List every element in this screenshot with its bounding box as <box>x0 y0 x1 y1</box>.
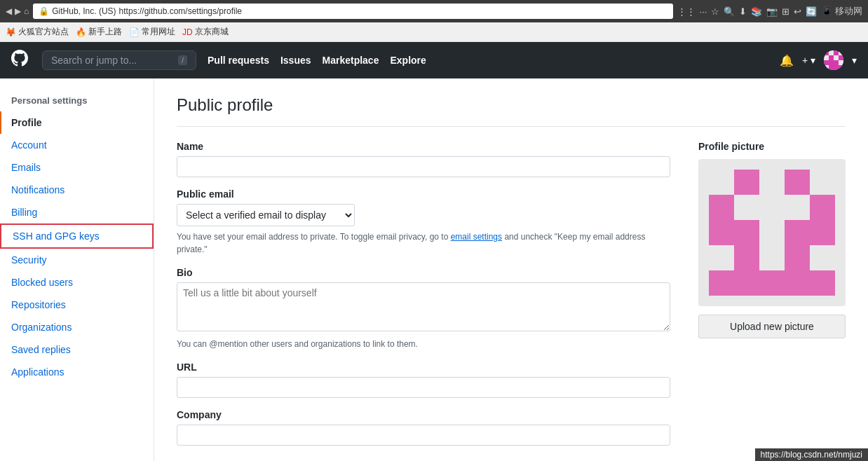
sidebar-item-ssh-gpg[interactable]: SSH and GPG keys <box>0 223 154 249</box>
pixel-3-4 <box>785 220 810 245</box>
download-icon[interactable]: ⬇ <box>739 6 747 17</box>
company-group: Company <box>177 409 670 446</box>
browser-bar: ◀ ▶ ⌂ 🔒 GitHub, Inc. (US) https://github… <box>0 0 868 22</box>
sidebar-item-applications[interactable]: Applications <box>0 361 154 383</box>
url-input[interactable] <box>177 377 670 398</box>
screenshot-icon[interactable]: 📷 <box>766 6 778 17</box>
sidebar-item-organizations[interactable]: Organizations <box>0 316 154 338</box>
star-icon[interactable]: ☆ <box>711 6 719 17</box>
sidebar: Personal settings Profile Account Emails… <box>0 78 154 461</box>
mobile-icon: 📱 移动网 <box>821 5 862 18</box>
sidebar-heading: Personal settings <box>0 92 154 111</box>
bookmark-icon-4: JD <box>182 27 193 37</box>
pixel-1-2 <box>734 170 759 195</box>
main-layout: Personal settings Profile Account Emails… <box>0 78 868 461</box>
bookmark-icon-2: 🔥 <box>76 27 86 37</box>
upload-picture-button[interactable]: Upload new picture <box>698 315 846 338</box>
form-layout: Name Public email Select a verified emai… <box>177 141 846 457</box>
avatar[interactable] <box>824 50 843 70</box>
sidebar-item-repositories[interactable]: Repositories <box>0 294 154 316</box>
pixel-1-1 <box>709 170 734 195</box>
email-group: Public email Select a verified email to … <box>177 188 670 256</box>
url-bar[interactable]: 🔒 GitHub, Inc. (US) https://github.com/s… <box>33 4 672 19</box>
sidebar-item-notifications[interactable]: Notifications <box>0 179 154 201</box>
email-select[interactable]: Select a verified email to display <box>177 204 355 226</box>
layout-icon[interactable]: ⊞ <box>782 6 789 17</box>
bookmark-label-1: 火狐官方站点 <box>18 26 69 38</box>
url-tooltip: https://blog.csdn.net/nmjuzi <box>755 448 868 461</box>
nav-issues[interactable]: Issues <box>280 55 311 66</box>
pixel-1-5 <box>810 170 835 195</box>
pixel-4-5 <box>810 245 835 270</box>
pixel-4-3 <box>759 245 785 270</box>
url-group: URL <box>177 362 670 398</box>
bookmark-3[interactable]: 📄 常用网址 <box>129 26 175 38</box>
bookmark-label-4: 京东商城 <box>195 26 229 38</box>
nav-marketplace[interactable]: Marketplace <box>323 55 379 66</box>
bio-note: You can @mention other users and organiz… <box>177 338 670 350</box>
profile-picture-section: Profile picture <box>698 141 846 457</box>
name-group: Name <box>177 141 670 177</box>
bookmark-1[interactable]: 🦊 火狐官方站点 <box>6 26 69 38</box>
email-note: You have set your email address to priva… <box>177 230 670 256</box>
nav-explore[interactable]: Explore <box>390 55 426 66</box>
pixel-5-2 <box>734 270 759 296</box>
bookmark-icon[interactable]: 📚 <box>751 6 762 17</box>
search-kbd: / <box>178 55 187 65</box>
browser-action-icons: ⋮⋮ ··· ☆ 🔍 ⬇ 📚 📷 ⊞ ↩ 🔄 📱 移动网 <box>677 5 862 18</box>
github-logo[interactable] <box>11 50 28 71</box>
pixel-3-5 <box>810 220 835 245</box>
pixel-avatar <box>709 170 835 296</box>
pixel-4-2 <box>734 245 759 270</box>
company-input[interactable] <box>177 425 670 446</box>
sync-icon[interactable]: 🔄 <box>806 6 817 17</box>
profile-picture-box <box>698 159 846 306</box>
plus-button[interactable]: + ▾ <box>802 55 815 66</box>
bio-input[interactable] <box>177 282 670 331</box>
bookmark-label-3: 常用网址 <box>142 26 175 38</box>
back-icon[interactable]: ◀ <box>6 6 12 16</box>
pixel-4-1 <box>709 245 734 270</box>
search-box[interactable]: Search or jump to... / <box>42 50 196 70</box>
pixel-5-5 <box>810 270 835 296</box>
pixel-5-4 <box>785 270 810 296</box>
sidebar-item-account[interactable]: Account <box>0 134 154 156</box>
sidebar-item-blocked-users[interactable]: Blocked users <box>0 271 154 294</box>
bell-icon[interactable]: 🔔 <box>780 54 794 67</box>
pixel-5-1 <box>709 270 734 296</box>
search-icon[interactable]: 🔍 <box>724 6 735 17</box>
avatar-dropdown-icon[interactable]: ▾ <box>852 55 857 66</box>
form-main: Name Public email Select a verified emai… <box>177 141 670 457</box>
more-icon[interactable]: ··· <box>700 6 707 17</box>
pixel-2-4 <box>785 195 810 220</box>
bookmark-2[interactable]: 🔥 新手上路 <box>76 26 122 38</box>
bookmark-4[interactable]: JD 京东商城 <box>182 26 229 38</box>
nav-pull-requests[interactable]: Pull requests <box>208 55 269 66</box>
forward-icon[interactable]: ▶ <box>15 6 21 16</box>
sidebar-item-saved-replies[interactable]: Saved replies <box>0 338 154 361</box>
company-label: Company <box>177 409 670 420</box>
browser-nav-icons: ◀ ▶ ⌂ <box>6 6 29 16</box>
sidebar-item-profile[interactable]: Profile <box>0 111 154 134</box>
github-navbar: Search or jump to... / Pull requests Iss… <box>0 42 868 78</box>
bookmark-icon-1: 🦊 <box>6 27 16 37</box>
email-note-text: You have set your email address to priva… <box>177 232 448 242</box>
sidebar-item-emails[interactable]: Emails <box>0 156 154 179</box>
pixel-2-2 <box>734 195 759 220</box>
name-input[interactable] <box>177 156 670 177</box>
page-title: Public profile <box>177 95 846 127</box>
sidebar-item-security[interactable]: Security <box>0 249 154 271</box>
search-placeholder: Search or jump to... <box>51 55 137 66</box>
undo-icon[interactable]: ↩ <box>794 6 801 17</box>
email-settings-link[interactable]: email settings <box>451 232 502 242</box>
bookmark-label-2: 新手上路 <box>88 26 122 38</box>
home-icon[interactable]: ⌂ <box>24 6 29 16</box>
email-label: Public email <box>177 188 670 200</box>
grid-icon[interactable]: ⋮⋮ <box>677 6 696 17</box>
pixel-3-3 <box>759 220 785 245</box>
pixel-2-1 <box>709 195 734 220</box>
sidebar-item-billing[interactable]: Billing <box>0 201 154 223</box>
bio-label: Bio <box>177 267 670 278</box>
bookmark-icon-3: 📄 <box>129 27 140 37</box>
nav-links: Pull requests Issues Marketplace Explore <box>208 55 768 66</box>
